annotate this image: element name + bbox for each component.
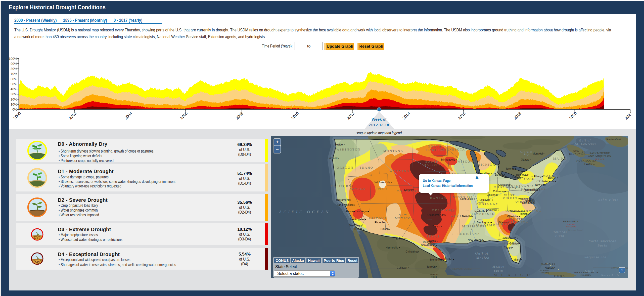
svg-text:2022: 2022 (624, 111, 631, 120)
svg-text:Sargasso Sea: Sargasso Sea (584, 255, 607, 259)
svg-text:Charlotte: Charlotte (507, 215, 518, 218)
svg-text:2000: 2000 (13, 111, 22, 120)
svg-text:North American: North American (588, 239, 617, 243)
svg-text:2006: 2006 (179, 111, 188, 120)
svg-text:Bermuda Island: Bermuda Island (568, 229, 583, 231)
svg-text:Chihuahua: Chihuahua (406, 250, 419, 253)
svg-text:MICHIGAN: MICHIGAN (477, 163, 498, 166)
svg-text:ARIZONA: ARIZONA (369, 217, 387, 220)
svg-text:Pittsburgh: Pittsburgh (505, 186, 517, 189)
svg-text:TURKS AND CAICOS: TURKS AND CAICOS (574, 271, 598, 274)
svg-text:San Luis: San Luis (430, 273, 439, 276)
svg-text:NEVADA: NEVADA (349, 187, 366, 190)
svg-text:MINNESOTA: MINNESOTA (441, 148, 465, 151)
svg-text:OREGON: OREGON (337, 166, 353, 169)
svg-text:Oklahoma City: Oklahoma City (428, 213, 445, 216)
svg-text:MEXICO: MEXICO (395, 217, 411, 220)
svg-text:Toronto: Toronto (505, 167, 514, 170)
svg-text:Hatteras: Hatteras (552, 230, 567, 234)
svg-text:NEW: NEW (398, 213, 407, 217)
svg-text:Nares Plain: Nares Plain (601, 274, 620, 277)
svg-text:Torreón: Torreón (427, 265, 436, 268)
svg-text:Sacramento: Sacramento (336, 198, 350, 201)
svg-text:Cincinnati: Cincinnati (487, 193, 498, 196)
svg-text:Georgian: Georgian (520, 151, 533, 153)
svg-text:A C I F I C O C E A N: A C I F I C O C E A N (279, 210, 329, 214)
svg-text:San Antonio: San Antonio (421, 243, 435, 246)
svg-text:San Francisco: San Francisco (337, 203, 353, 206)
svg-text:0%: 0% (12, 108, 17, 111)
svg-text:KANSAS: KANSAS (430, 196, 446, 200)
svg-text:2020: 2020 (568, 111, 578, 120)
svg-text:Albany: Albany (534, 175, 542, 178)
svg-text:TEXAS: TEXAS (427, 235, 440, 238)
svg-text:Mexico: Mexico (492, 265, 504, 268)
svg-text:KINGDOM: KINGDOM (566, 226, 576, 228)
svg-text:50%: 50% (11, 82, 17, 86)
svg-text:Basin: Basin (597, 243, 608, 247)
svg-text:Atlanta: Atlanta (498, 221, 507, 224)
svg-text:Philadelphia: Philadelphia (523, 188, 538, 191)
svg-text:IDAHO: IDAHO (360, 166, 374, 169)
svg-text:Monterrey: Monterrey (430, 258, 442, 261)
svg-text:30%: 30% (11, 92, 17, 96)
svg-text:CUBA: CUBA (554, 274, 565, 278)
svg-text:Saint Louis: Saint Louis (460, 197, 473, 200)
svg-text:2018: 2018 (513, 111, 522, 120)
svg-text:M E X I C O: M E X I C O (494, 273, 531, 277)
svg-text:Gulf of: Gulf of (475, 252, 488, 255)
svg-text:Potosí: Potosí (431, 276, 437, 278)
svg-text:WISCONSIN: WISCONSIN (457, 160, 480, 163)
svg-text:100%: 100% (9, 57, 17, 61)
svg-text:VIRGIN: VIRGIN (503, 196, 518, 200)
svg-text:P.E.I.: P.E.I. (582, 151, 587, 154)
svg-text:Hermosillo: Hermosillo (386, 246, 398, 249)
svg-text:Plain: Plain (555, 234, 564, 238)
svg-text:Los Angeles: Los Angeles (350, 218, 364, 221)
svg-text:Columbus: Columbus (493, 190, 505, 193)
svg-text:SOUTH: SOUTH (425, 160, 439, 163)
svg-text:Sohm Plain: Sohm Plain (599, 198, 619, 202)
svg-text:Tampa: Tampa (504, 246, 512, 249)
svg-text:Phoenix: Phoenix (375, 221, 384, 224)
svg-text:San Diego: San Diego (349, 224, 361, 227)
svg-text:Tijuana: Tijuana (354, 227, 362, 230)
svg-text:Dallas: Dallas (432, 225, 440, 228)
svg-text:Las Vegas: Las Vegas (355, 210, 368, 213)
svg-text:AND MIQUELON: AND MIQUELON (588, 155, 611, 158)
svg-text:Nassau: Nassau (545, 266, 554, 269)
svg-text:Denver: Denver (404, 188, 413, 191)
svg-text:10%: 10% (11, 103, 17, 106)
svg-text:Montréal: Montréal (533, 152, 543, 155)
svg-text:LOUISIANA: LOUISIANA (457, 232, 480, 236)
svg-text:Fresno: Fresno (346, 210, 354, 213)
svg-text:Newfoundland: Newfoundland (606, 138, 621, 140)
svg-text:Bay: Bay (524, 153, 529, 156)
svg-text:OKLAHOMA: OKLAHOMA (432, 209, 455, 212)
svg-text:ISLANDS: ISLANDS (581, 274, 591, 276)
svg-text:Jacksonville: Jacksonville (502, 236, 516, 239)
svg-text:Seattle: Seattle (335, 143, 343, 146)
svg-text:Orlando: Orlando (509, 242, 519, 245)
svg-text:Halifax: Halifax (584, 163, 593, 166)
svg-text:2016: 2016 (457, 111, 466, 120)
svg-text:Birmingham: Birmingham (477, 221, 491, 224)
svg-text:New Orleans: New Orleans (468, 238, 483, 241)
svg-text:(Havana): (Havana) (541, 271, 549, 274)
svg-text:2008: 2008 (235, 111, 244, 120)
svg-text:Knoxville: Knoxville (486, 208, 497, 211)
svg-text:NEW: NEW (573, 150, 580, 153)
svg-text:WYOMING: WYOMING (389, 169, 410, 173)
svg-text:2002: 2002 (68, 111, 77, 120)
svg-text:70%: 70% (11, 72, 17, 76)
svg-text:Houston: Houston (422, 240, 431, 243)
svg-text:SAINT-PIERRE: SAINT-PIERRE (589, 152, 610, 155)
svg-text:Louisville: Louisville (479, 198, 490, 201)
svg-text:St. Lawrence: St. Lawrence (575, 142, 597, 146)
svg-text:NOVA SCOTIA: NOVA SCOTIA (576, 159, 596, 162)
svg-text:Salt Lake City: Salt Lake City (374, 181, 390, 184)
svg-text:MAINE: MAINE (553, 157, 566, 160)
svg-text:80%: 80% (11, 67, 17, 71)
svg-text:Providence: Providence (542, 180, 555, 183)
svg-text:Memphis: Memphis (462, 215, 473, 218)
